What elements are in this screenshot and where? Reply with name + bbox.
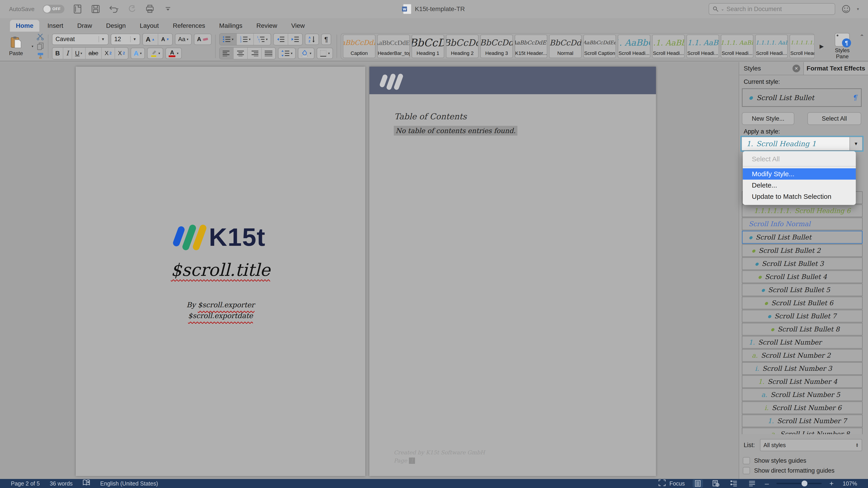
document-page-1[interactable]: K15t $scroll.title By $scroll.exporter $… <box>76 67 365 476</box>
decrease-indent-button[interactable] <box>274 34 288 45</box>
borders-button[interactable]: ▾ <box>317 48 333 59</box>
focus-label[interactable]: Focus <box>669 480 685 487</box>
style-list-item[interactable]: 1.Scroll List Number <box>742 336 863 349</box>
gallery-style-item[interactable]: AaBbCcDdEeK15t Header... <box>515 35 547 58</box>
show-styles-guides-checkbox[interactable] <box>743 457 750 464</box>
tab-layout[interactable]: Layout <box>134 20 164 32</box>
new-style-button[interactable]: New Style... <box>742 112 794 125</box>
style-list-item[interactable]: ●Scroll List Bullet <box>742 231 863 244</box>
tab-view[interactable]: View <box>285 20 311 32</box>
autosave-toggle[interactable]: OFF <box>43 5 64 13</box>
font-name-combo[interactable]: Caveat ▼ <box>52 34 108 45</box>
gallery-style-item[interactable]: 1.1.1.1.1.1. AaEScroll Headi... <box>789 35 815 58</box>
copy-icon[interactable] <box>37 42 44 50</box>
gallery-style-item[interactable]: AaBbCcDdEeNormal <box>549 35 582 58</box>
gallery-style-item[interactable]: 1. AaBbCScroll Headi... <box>618 35 650 58</box>
style-list-item[interactable]: 1.Scroll List Number 4 <box>742 375 863 388</box>
font-size-dropdown-icon[interactable]: ▼ <box>130 36 136 42</box>
feedback-smiley-icon[interactable] <box>841 4 851 14</box>
redo-button[interactable] <box>127 4 137 14</box>
style-list-item[interactable]: 1.Scroll List Number 7 <box>742 415 863 427</box>
style-list-item[interactable]: a.Scroll List Number 5 <box>742 388 863 401</box>
menu-item-update-to-match-selection[interactable]: Update to Match Selection <box>743 191 856 202</box>
print-icon[interactable] <box>145 4 155 14</box>
italic-button[interactable]: I <box>63 48 72 59</box>
zoom-slider-knob[interactable] <box>802 481 807 486</box>
gallery-style-item[interactable]: AaBbCcDdEeHeading 3 <box>480 35 513 58</box>
language-indicator[interactable]: English (United States) <box>100 480 158 487</box>
clear-formatting-button[interactable]: A <box>194 34 212 45</box>
grow-font-button[interactable]: A▲ <box>143 34 158 45</box>
gallery-style-item[interactable]: 1.1.1.1. AaBbCScroll Headi... <box>721 35 753 58</box>
underline-button[interactable]: U▾ <box>72 48 86 59</box>
tab-insert[interactable]: Insert <box>41 20 69 32</box>
format-painter-icon[interactable] <box>37 53 44 59</box>
change-case-button[interactable]: Aa▾ <box>175 34 191 45</box>
style-list-item[interactable]: ●Scroll List Bullet 3 <box>742 257 863 270</box>
save-icon[interactable] <box>91 4 101 14</box>
gallery-style-item[interactable]: AaBbCcDdEHeading 1 <box>412 35 444 58</box>
tab-format-text-effects[interactable]: Format Text Effects <box>803 62 868 75</box>
numbered-list-button[interactable]: 123 ▾ <box>237 34 254 45</box>
cut-icon[interactable] <box>37 33 44 40</box>
menu-item-modify-style[interactable]: Modify Style... <box>743 168 856 180</box>
search-input[interactable]: ⌄ Search in Document <box>709 3 835 15</box>
shrink-font-button[interactable]: A▼ <box>158 34 172 45</box>
tab-draw[interactable]: Draw <box>71 20 98 32</box>
gallery-style-item[interactable]: 1.1.1.1.1. AaBbScroll Headi... <box>755 35 788 58</box>
tab-references[interactable]: References <box>167 20 211 32</box>
paste-button[interactable]: Paste <box>4 36 29 57</box>
style-list-item[interactable]: i.Scroll List Number 3 <box>742 362 863 375</box>
tab-review[interactable]: Review <box>250 20 283 32</box>
style-list-item[interactable]: ●Scroll List Bullet 7 <box>742 310 863 322</box>
paste-dropdown-icon[interactable]: ▾ <box>32 44 33 48</box>
collapse-ribbon-icon[interactable]: ⌃ <box>860 33 864 40</box>
new-document-icon[interactable] <box>72 4 83 14</box>
cover-title-field[interactable]: $scroll.title <box>76 260 365 280</box>
menu-item-delete[interactable]: Delete... <box>743 180 856 191</box>
style-list-item[interactable]: ●Scroll List Bullet 8 <box>742 323 863 335</box>
zoom-slider[interactable] <box>776 483 822 484</box>
gallery-style-item[interactable]: AaBbCcDdEeCaption <box>343 35 375 58</box>
shading-button[interactable]: ▾ <box>298 48 315 59</box>
justify-button[interactable] <box>262 48 275 59</box>
gallery-style-item[interactable]: 1.1.1. AaBblScroll Headi... <box>686 35 719 58</box>
gallery-style-item[interactable]: AaBbCcDdEeScroll Caption <box>583 35 616 58</box>
highlight-color-button[interactable]: ▾ <box>147 48 163 59</box>
font-color-button[interactable]: A ▾ <box>165 48 182 59</box>
document-page-2[interactable]: Table of Contents No table of contents e… <box>369 67 656 476</box>
show-paragraph-marks-button[interactable]: ¶ <box>321 34 331 45</box>
list-filter-select[interactable]: All styles ▲▼ <box>760 439 862 451</box>
superscript-button[interactable]: X2 <box>115 48 128 59</box>
text-effects-button[interactable]: A▾ <box>131 48 145 59</box>
styles-pane-button[interactable]: ¶ Styles Pane <box>829 33 856 59</box>
menu-item-select-all[interactable]: Select All <box>743 153 856 166</box>
draft-view-button[interactable] <box>747 480 757 488</box>
customize-toolbar-icon[interactable] <box>163 4 173 14</box>
style-list-item[interactable]: a.Scroll List Number 8 <box>742 428 863 434</box>
gallery-style-item[interactable]: AaBbCcDdEeHeading 2 <box>446 35 478 58</box>
gallery-style-item[interactable]: 1.1. AaBblScroll Headi... <box>652 35 685 58</box>
style-list-item[interactable]: ●Scroll List Bullet 5 <box>742 284 863 296</box>
tab-home[interactable]: Home <box>10 20 39 32</box>
outline-view-button[interactable] <box>729 480 739 488</box>
style-list-item[interactable]: ●Scroll List Bullet 2 <box>742 244 863 257</box>
style-list-item[interactable]: i.Scroll List Number 6 <box>742 401 863 414</box>
strikethrough-button[interactable]: abe <box>86 48 102 59</box>
style-list-item[interactable]: Scroll Info Normal <box>742 218 863 230</box>
cover-byline[interactable]: By $scroll.exporter $scroll.exportdate <box>76 299 365 321</box>
style-list-item[interactable]: ●Scroll List Bullet 6 <box>742 297 863 309</box>
bullet-list-button[interactable]: ▾ <box>220 34 237 45</box>
align-left-button[interactable] <box>220 48 234 59</box>
search-scope-chevron-icon[interactable]: ⌄ <box>721 6 724 11</box>
print-layout-view-button[interactable] <box>692 480 703 488</box>
toc-heading[interactable]: Table of Contents <box>394 112 467 121</box>
gallery-style-item[interactable]: AaBbCcDdEeHeaderBar_top <box>377 35 410 58</box>
font-size-combo[interactable]: 12 ▼ <box>111 34 140 45</box>
spelling-status-icon[interactable] <box>83 480 90 488</box>
subscript-button[interactable]: X2 <box>102 48 115 59</box>
zoom-in-button[interactable]: + <box>829 480 834 488</box>
line-spacing-button[interactable]: ▾ <box>278 48 296 59</box>
style-list-item[interactable]: a.Scroll List Number 2 <box>742 349 863 362</box>
web-layout-view-button[interactable] <box>711 480 721 488</box>
